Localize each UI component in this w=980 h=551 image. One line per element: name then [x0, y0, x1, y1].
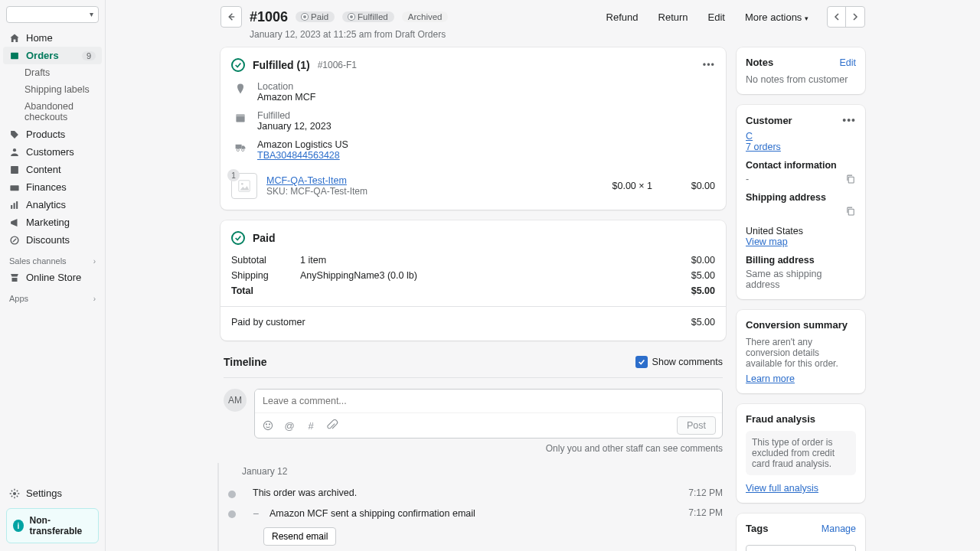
- primary-nav: Home Orders 9 Drafts Shipping labels Aba…: [3, 29, 102, 249]
- location-value: Amazon MCF: [257, 92, 315, 103]
- timeline-section: Timeline Show comments AM @ #: [220, 351, 726, 551]
- copy-icon[interactable]: [845, 174, 856, 184]
- nav-discounts[interactable]: Discounts: [3, 231, 102, 249]
- calendar-icon: [233, 110, 248, 132]
- view-map-link[interactable]: View map: [746, 236, 788, 247]
- nav-finances[interactable]: Finances: [3, 178, 102, 196]
- tags-input[interactable]: [746, 545, 856, 551]
- discounts-icon: [9, 235, 20, 246]
- edit-button[interactable]: Edit: [702, 8, 731, 26]
- conversion-card: Conversion summary There aren't any conv…: [737, 310, 865, 393]
- image-icon: [237, 179, 251, 193]
- more-actions-button[interactable]: More actions ▾: [739, 8, 815, 26]
- apps-header[interactable]: Apps ›: [3, 286, 102, 306]
- fulfillment-menu-button[interactable]: •••: [703, 60, 715, 70]
- online-store-icon: [9, 272, 20, 283]
- notes-edit-link[interactable]: Edit: [839, 57, 856, 68]
- refund-button[interactable]: Refund: [600, 8, 645, 26]
- contact-info: -: [746, 174, 856, 184]
- timeline-staff-note: Only you and other staff can see comment…: [224, 439, 723, 463]
- copy-icon[interactable]: [845, 206, 856, 217]
- non-transferable-banner[interactable]: i Non-transferable: [6, 508, 99, 543]
- sales-channels-header[interactable]: Sales channels ›: [3, 249, 102, 269]
- nav-content[interactable]: Content: [3, 161, 102, 178]
- billing-same: Same as shipping address: [746, 269, 856, 290]
- fulfilled-status-pill: Fulfilled: [342, 11, 394, 22]
- conversion-body: There aren't any conversion details avai…: [746, 337, 856, 369]
- attachment-icon[interactable]: [325, 419, 339, 432]
- nav-marketing[interactable]: Marketing: [3, 214, 102, 231]
- next-order-button[interactable]: [846, 7, 864, 27]
- svg-point-8: [13, 491, 16, 494]
- svg-point-13: [242, 148, 244, 151]
- back-button[interactable]: [220, 6, 242, 28]
- item-name-link[interactable]: MCF-QA-Test-Item: [266, 175, 347, 186]
- comment-input[interactable]: [255, 390, 722, 412]
- svg-point-1: [13, 148, 16, 152]
- resend-email-button[interactable]: Resend email: [263, 527, 336, 546]
- chevron-right-icon: [851, 13, 859, 21]
- svg-point-15: [241, 183, 243, 185]
- nav-online-store[interactable]: Online Store: [3, 269, 102, 286]
- svg-point-12: [237, 148, 239, 151]
- item-qty-badge: 1: [227, 169, 240, 181]
- fulfilled-label: Fulfilled: [257, 110, 332, 121]
- nav-analytics[interactable]: Analytics: [3, 196, 102, 214]
- fulfilled-date: January 12, 2023: [257, 121, 332, 132]
- nav-products[interactable]: Products: [3, 126, 102, 143]
- show-comments-checkbox[interactable]: Show comments: [635, 356, 723, 368]
- post-button[interactable]: Post: [677, 416, 716, 435]
- svg-point-18: [270, 424, 270, 425]
- order-subline: January 12, 2023 at 11:25 am from Draft …: [220, 28, 865, 47]
- chevron-down-icon: ▾: [90, 10, 93, 18]
- conversion-learn-more-link[interactable]: Learn more: [746, 373, 795, 384]
- carrier-name: Amazon Logistics US: [257, 139, 348, 150]
- timeline-date: January 12: [237, 463, 723, 483]
- nav-abandoned-checkouts[interactable]: Abandoned checkouts: [3, 98, 102, 126]
- customer-name-link[interactable]: C: [746, 131, 753, 142]
- emoji-icon[interactable]: [261, 419, 275, 432]
- hashtag-icon[interactable]: #: [304, 419, 318, 432]
- prev-order-button[interactable]: [828, 7, 846, 27]
- nav-drafts[interactable]: Drafts: [3, 64, 102, 81]
- fraud-full-analysis-link[interactable]: View full analysis: [746, 483, 818, 494]
- nav-customers[interactable]: Customers: [3, 143, 102, 161]
- svg-rect-20: [848, 209, 854, 215]
- svg-rect-5: [14, 203, 15, 209]
- nav-shipping-labels[interactable]: Shipping labels: [3, 81, 102, 98]
- svg-rect-3: [10, 185, 18, 191]
- chevron-down-icon: ▾: [805, 15, 808, 22]
- archived-status-pill: Archived: [402, 11, 449, 22]
- nav-home[interactable]: Home: [3, 29, 102, 47]
- customer-orders-link[interactable]: 7 orders: [746, 142, 781, 152]
- customers-icon: [9, 147, 20, 158]
- tags-manage-link[interactable]: Manage: [822, 523, 856, 534]
- mention-icon[interactable]: @: [283, 419, 296, 432]
- order-pager: [827, 6, 865, 28]
- nav-home-label: Home: [26, 32, 53, 44]
- tracking-link[interactable]: TBA304844563428: [257, 150, 340, 161]
- shipping-country: United States: [746, 226, 856, 236]
- item-price-qty: $0.00 × 1: [599, 181, 652, 191]
- svg-rect-6: [16, 201, 18, 209]
- store-selector[interactable]: ▾: [6, 6, 99, 23]
- checkbox-checked-icon: [635, 356, 648, 368]
- content-icon: [9, 165, 20, 175]
- products-icon: [9, 129, 20, 140]
- timeline-event: This order was archived. 7:12 PM: [237, 483, 723, 503]
- svg-rect-19: [848, 177, 854, 183]
- nav-orders-label: Orders: [26, 50, 59, 61]
- sidebar: ▾ Home Orders 9 Drafts Shipping labels A…: [0, 0, 106, 551]
- return-button[interactable]: Return: [652, 8, 694, 26]
- svg-point-16: [263, 421, 272, 429]
- nav-orders[interactable]: Orders 9: [3, 47, 102, 64]
- main-content: #1006 Paid Fulfilled Archived Refund Ret…: [106, 0, 980, 551]
- fulfillment-card: Fulfilled (1) #1006-F1 ••• Location Amaz…: [220, 47, 726, 210]
- item-thumbnail: 1: [231, 173, 257, 199]
- nav-settings[interactable]: Settings: [3, 483, 102, 504]
- customer-menu-button[interactable]: •••: [842, 114, 856, 126]
- location-icon: [233, 81, 248, 103]
- collapse-icon[interactable]: −: [253, 507, 263, 520]
- customer-card: Customer••• C 7 orders Contact informati…: [737, 105, 865, 299]
- order-number: #1006: [250, 9, 288, 25]
